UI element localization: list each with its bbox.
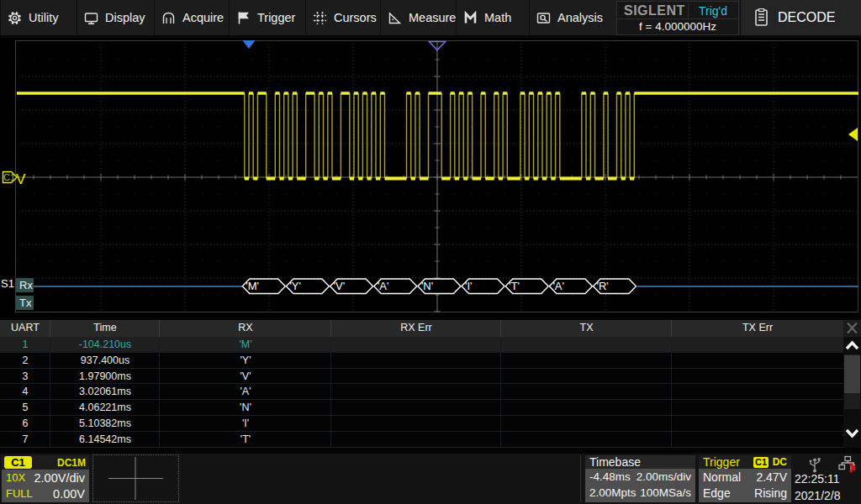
svg-text:'A': 'A' — [552, 280, 564, 292]
svg-text:'V': 'V' — [334, 280, 346, 292]
svg-text:'Y': 'Y' — [289, 280, 301, 292]
svg-text:V: V — [16, 171, 26, 187]
svg-text:Tx: Tx — [19, 297, 32, 309]
svg-text:'M': 'M' — [246, 280, 259, 292]
svg-text:'T': 'T' — [509, 280, 520, 292]
svg-text:Rx: Rx — [19, 279, 33, 291]
svg-text:'A': 'A' — [378, 280, 389, 292]
svg-text:'R': 'R' — [597, 280, 609, 292]
svg-text:'N': 'N' — [421, 280, 433, 292]
svg-text:'I': 'I' — [465, 280, 473, 292]
svg-text:C1: C1 — [3, 172, 15, 182]
svg-text:S1: S1 — [1, 277, 14, 290]
